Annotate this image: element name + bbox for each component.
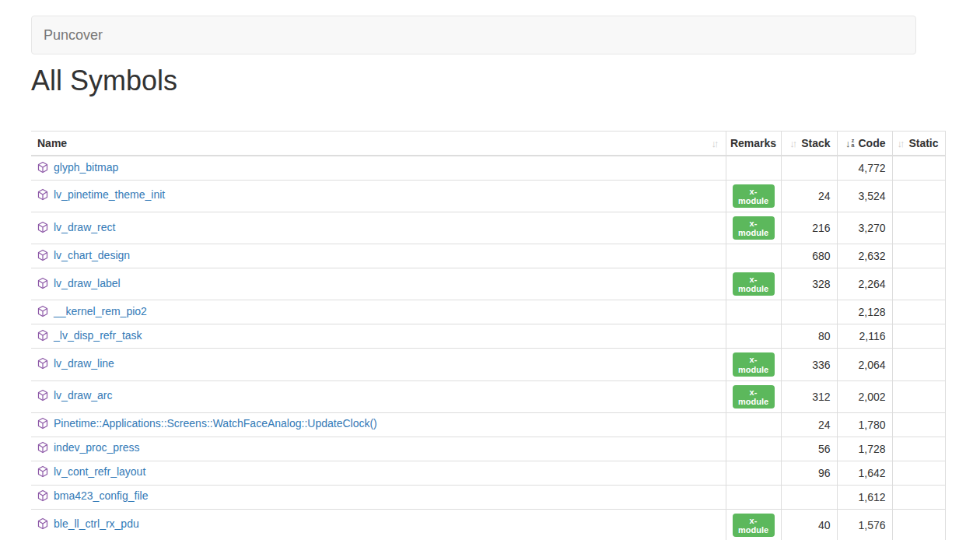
column-header-code[interactable]: ↓ z a Code bbox=[837, 131, 892, 156]
symbol-link[interactable]: _lv_disp_refr_task bbox=[54, 329, 142, 342]
remarks-cell bbox=[726, 412, 781, 437]
code-cell: 1,576 bbox=[837, 509, 892, 540]
symbol-link[interactable]: lv_pinetime_theme_init bbox=[54, 188, 165, 201]
cube-icon bbox=[37, 305, 48, 320]
symbol-row: ble_ll_ctrl_rx_pdu x-module 40 1,576 bbox=[31, 509, 945, 540]
remarks-cell: x-module bbox=[726, 509, 781, 540]
symbol-row: lv_draw_rect x-module 216 3,270 bbox=[31, 212, 945, 244]
remarks-cell bbox=[726, 324, 781, 349]
column-label-remarks: Remarks bbox=[730, 137, 776, 149]
sort-icon: ↓↑ bbox=[897, 138, 905, 149]
static-cell bbox=[892, 212, 945, 244]
x-module-badge: x-module bbox=[733, 385, 775, 409]
static-cell bbox=[892, 156, 945, 180]
symbol-link[interactable]: lv_draw_arc bbox=[54, 389, 112, 401]
remarks-cell bbox=[726, 300, 781, 324]
symbol-row: lv_chart_design 680 2,632 bbox=[31, 244, 945, 268]
name-cell: indev_proc_press bbox=[31, 437, 726, 461]
name-cell: lv_draw_rect bbox=[31, 212, 726, 244]
page: Puncover All Symbols Name ↓↑ Remarks bbox=[31, 0, 945, 540]
stack-cell: 216 bbox=[781, 212, 837, 244]
navbar-brand[interactable]: Puncover bbox=[32, 16, 114, 54]
stack-cell: 328 bbox=[781, 268, 837, 300]
symbol-link[interactable]: ble_ll_ctrl_rx_pdu bbox=[54, 517, 139, 530]
symbol-row: glyph_bitmap 4,772 bbox=[31, 156, 945, 180]
name-cell: ble_ll_ctrl_rx_pdu bbox=[31, 509, 726, 540]
cube-icon bbox=[37, 277, 48, 292]
cube-icon bbox=[37, 389, 48, 404]
name-cell: _lv_disp_refr_task bbox=[31, 324, 726, 349]
code-cell: 2,064 bbox=[837, 349, 892, 380]
remarks-cell: x-module bbox=[726, 380, 781, 412]
static-cell bbox=[892, 300, 945, 324]
symbol-link[interactable]: glyph_bitmap bbox=[54, 161, 118, 174]
stack-cell bbox=[781, 156, 837, 180]
stack-cell: 24 bbox=[781, 412, 837, 437]
column-header-stack[interactable]: ↓↑ Stack bbox=[781, 131, 837, 156]
static-cell bbox=[892, 485, 945, 509]
x-module-badge: x-module bbox=[733, 272, 775, 296]
cube-icon bbox=[37, 249, 48, 264]
symbol-link[interactable]: lv_draw_line bbox=[54, 357, 114, 370]
page-title: All Symbols bbox=[31, 65, 945, 96]
static-cell bbox=[892, 349, 945, 380]
code-cell: 3,524 bbox=[837, 180, 892, 212]
static-cell bbox=[892, 509, 945, 540]
symbol-row: indev_proc_press 56 1,728 bbox=[31, 437, 945, 461]
stack-cell: 680 bbox=[781, 244, 837, 268]
code-cell: 2,116 bbox=[837, 324, 892, 349]
name-cell: lv_draw_arc bbox=[31, 380, 726, 412]
stack-cell: 96 bbox=[781, 461, 837, 485]
sort-icon: ↓↑ bbox=[712, 138, 719, 149]
symbol-link[interactable]: indev_proc_press bbox=[54, 441, 140, 454]
symbol-row: lv_draw_line x-module 336 2,064 bbox=[31, 349, 945, 380]
column-header-static[interactable]: ↓↑ Static bbox=[892, 131, 945, 156]
x-module-badge: x-module bbox=[733, 514, 775, 537]
column-label-code: Code bbox=[859, 137, 886, 149]
stack-cell bbox=[781, 485, 837, 509]
name-cell: lv_draw_label bbox=[31, 268, 726, 300]
symbol-link[interactable]: __kernel_rem_pio2 bbox=[54, 305, 147, 317]
column-header-name[interactable]: Name ↓↑ bbox=[31, 131, 726, 156]
symbol-link[interactable]: Pinetime::Applications::Screens::WatchFa… bbox=[54, 417, 377, 430]
remarks-cell bbox=[726, 485, 781, 509]
cube-icon bbox=[37, 221, 48, 236]
symbol-link[interactable]: lv_cont_refr_layout bbox=[54, 465, 145, 478]
sort-icon: ↓↑ bbox=[789, 138, 797, 149]
x-module-badge: x-module bbox=[733, 216, 775, 240]
code-cell: 3,270 bbox=[837, 212, 892, 244]
symbol-link[interactable]: lv_chart_design bbox=[54, 249, 130, 261]
name-cell: bma423_config_file bbox=[31, 485, 726, 509]
name-cell: __kernel_rem_pio2 bbox=[31, 300, 726, 324]
remarks-cell: x-module bbox=[726, 349, 781, 380]
name-cell: lv_chart_design bbox=[31, 244, 726, 268]
symbol-row: lv_draw_label x-module 328 2,264 bbox=[31, 268, 945, 300]
stack-cell: 40 bbox=[781, 509, 837, 540]
symbol-row: __kernel_rem_pio2 2,128 bbox=[31, 300, 945, 324]
static-cell bbox=[892, 324, 945, 349]
symbol-row: _lv_disp_refr_task 80 2,116 bbox=[31, 324, 945, 349]
symbol-link[interactable]: lv_draw_rect bbox=[54, 221, 115, 233]
code-cell: 2,264 bbox=[837, 268, 892, 300]
cube-icon bbox=[37, 489, 48, 504]
column-label-stack: Stack bbox=[801, 137, 830, 149]
code-cell: 4,772 bbox=[837, 156, 892, 180]
static-cell bbox=[892, 412, 945, 437]
cube-icon bbox=[37, 161, 48, 176]
navbar: Puncover bbox=[31, 16, 916, 54]
symbol-link[interactable]: bma423_config_file bbox=[54, 489, 148, 502]
column-label-name: Name bbox=[37, 137, 67, 149]
cube-icon bbox=[37, 357, 48, 372]
cube-icon bbox=[37, 329, 48, 344]
column-header-remarks: Remarks bbox=[726, 131, 781, 156]
static-cell bbox=[892, 437, 945, 461]
x-module-badge: x-module bbox=[733, 352, 775, 376]
symbol-row: Pinetime::Applications::Screens::WatchFa… bbox=[31, 412, 945, 437]
column-label-static: Static bbox=[908, 137, 938, 149]
symbol-link[interactable]: lv_draw_label bbox=[54, 277, 121, 289]
symbol-row: bma423_config_file 1,612 bbox=[31, 485, 945, 509]
remarks-cell: x-module bbox=[726, 180, 781, 212]
name-cell: lv_draw_line bbox=[31, 349, 726, 380]
static-cell bbox=[892, 461, 945, 485]
table-header-row: Name ↓↑ Remarks ↓↑ Stack bbox=[31, 131, 945, 156]
